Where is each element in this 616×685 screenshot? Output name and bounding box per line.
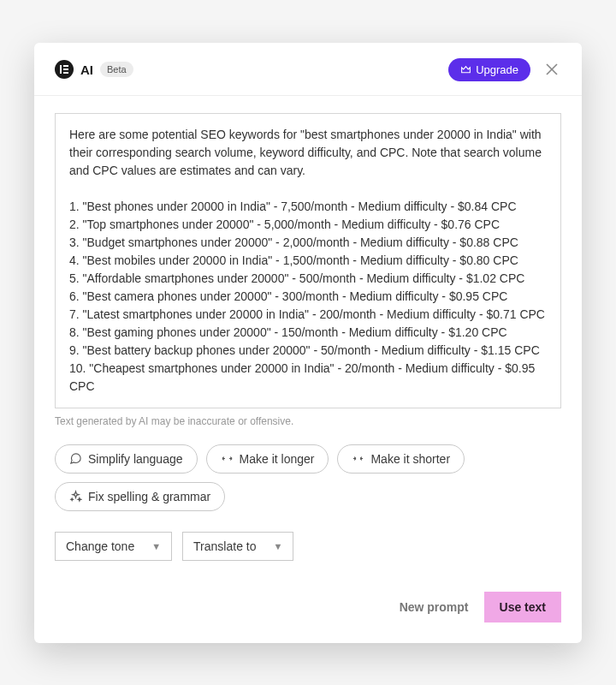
- select-label: Change tone: [66, 539, 134, 553]
- pill-label: Simplify language: [88, 452, 183, 466]
- select-label: Translate to: [193, 539, 256, 553]
- action-pills-row: Simplify language Make it longer Make it…: [55, 444, 561, 511]
- crown-icon: [460, 64, 471, 75]
- select-row: Change tone ▼ Translate to ▼: [55, 532, 561, 561]
- pill-label: Fix spelling & grammar: [88, 490, 210, 503]
- close-button[interactable]: [542, 60, 561, 79]
- chevron-down-icon: ▼: [151, 541, 161, 551]
- svg-rect-0: [60, 65, 62, 74]
- translate-to-select[interactable]: Translate to ▼: [182, 532, 293, 561]
- svg-rect-1: [63, 65, 68, 67]
- modal-header: AI Beta Upgrade: [34, 43, 582, 96]
- chevron-down-icon: ▼: [273, 541, 282, 551]
- elementor-logo-icon: [55, 60, 74, 79]
- close-icon: [546, 63, 558, 75]
- beta-badge: Beta: [100, 62, 133, 77]
- use-text-button[interactable]: Use text: [484, 592, 561, 622]
- make-longer-button[interactable]: Make it longer: [206, 444, 329, 474]
- change-tone-select[interactable]: Change tone ▼: [55, 532, 172, 561]
- modal-body: Here are some potential SEO keywords for…: [34, 96, 582, 643]
- fix-spelling-button[interactable]: Fix spelling & grammar: [55, 482, 225, 511]
- pill-label: Make it longer: [240, 452, 315, 466]
- expand-horizontal-icon: [221, 452, 234, 465]
- svg-rect-2: [63, 68, 68, 70]
- collapse-horizontal-icon: [352, 452, 364, 465]
- modal-title: AI: [80, 63, 93, 77]
- modal-footer: New prompt Use text: [55, 592, 561, 622]
- pill-label: Make it shorter: [370, 452, 450, 466]
- disclaimer-text: Text generated by AI may be inaccurate o…: [55, 415, 561, 427]
- upgrade-button[interactable]: Upgrade: [448, 58, 530, 81]
- simplify-language-button[interactable]: Simplify language: [55, 444, 198, 474]
- make-shorter-button[interactable]: Make it shorter: [337, 444, 465, 474]
- sparkle-icon: [69, 490, 82, 503]
- svg-rect-3: [63, 72, 68, 74]
- chat-icon: [69, 452, 82, 465]
- ai-modal: AI Beta Upgrade Here are some potential …: [34, 43, 582, 643]
- new-prompt-button[interactable]: New prompt: [400, 600, 469, 614]
- generated-text-box[interactable]: Here are some potential SEO keywords for…: [55, 113, 561, 408]
- upgrade-label: Upgrade: [476, 63, 518, 76]
